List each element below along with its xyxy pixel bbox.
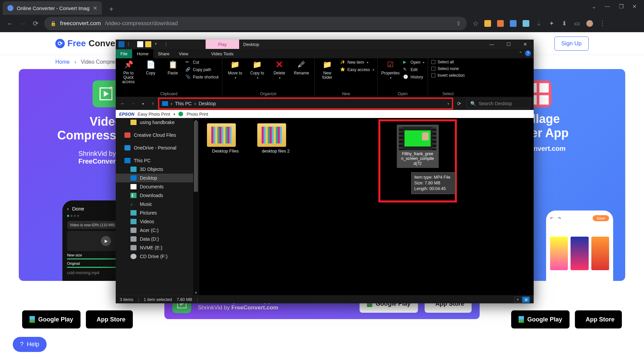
scroll-down-icon[interactable]: ▼ <box>194 291 198 295</box>
forward-icon[interactable]: → <box>19 20 27 27</box>
site-logo[interactable]: ⟳ FreeConvert <box>55 38 121 49</box>
nav-item-desktop[interactable]: Desktop <box>116 174 199 182</box>
context-tab-play[interactable]: Play <box>206 40 239 49</box>
rename-button[interactable]: 🖉Rename <box>292 60 311 75</box>
chrome-minimize-icon[interactable]: — <box>605 3 610 10</box>
chrome-close-icon[interactable]: ✕ <box>632 3 637 10</box>
crumb-dropdown-icon[interactable]: ▾ <box>447 102 449 106</box>
nav-forward-icon[interactable]: → <box>129 101 137 106</box>
downloads-icon[interactable]: ⬇ <box>561 20 568 27</box>
epson-photo-print[interactable]: Photo Print <box>186 112 208 117</box>
folder-item[interactable]: desktop files 2 <box>257 123 294 154</box>
new-item-button[interactable]: ✨New item▾ <box>340 60 374 65</box>
nav-scrollbar[interactable]: ▲ ▼ <box>193 118 199 295</box>
qat-folder-icon[interactable] <box>145 41 151 47</box>
chrome-dropdown-icon[interactable]: ⌄ <box>592 3 596 10</box>
folder-item[interactable]: Desktop FIles <box>207 123 244 154</box>
download-pin-icon[interactable]: ⇣ <box>535 20 542 27</box>
tab-file[interactable]: File <box>116 49 132 58</box>
share-icon[interactable]: ⇪ <box>456 20 461 27</box>
epson-easy-print[interactable]: Easy Photo Print <box>138 112 170 117</box>
browser-tab[interactable]: Online Converter - Convert Imag ✕ <box>3 1 102 15</box>
nav-recent-icon[interactable]: ▾ <box>139 102 147 106</box>
crumb-desktop[interactable]: Desktop <box>199 101 216 106</box>
nav-item[interactable]: Videos <box>116 217 199 226</box>
paste-button[interactable]: 📋Paste <box>163 60 182 75</box>
maximize-button[interactable]: ☐ <box>500 40 517 49</box>
nav-item[interactable]: Acer (C:) <box>116 226 199 235</box>
profile-avatar[interactable] <box>586 20 593 27</box>
reader-icon[interactable]: ▭ <box>574 20 580 27</box>
help-icon[interactable]: ? <box>525 50 531 56</box>
qat-icon[interactable] <box>137 41 143 47</box>
copy-button[interactable]: 📄Copy <box>141 60 160 75</box>
tab-close-icon[interactable]: ✕ <box>93 5 97 11</box>
crumb-this-pc[interactable]: This PC <box>175 101 192 106</box>
extensions-icon[interactable]: ✦ <box>548 20 555 27</box>
paste-shortcut-button[interactable]: 📎Paste shortcut <box>185 74 219 80</box>
new-tab-button[interactable]: ＋ <box>105 3 117 15</box>
sign-up-button[interactable]: Sign Up <box>554 37 589 51</box>
tab-home[interactable]: Home <box>132 49 153 58</box>
ext-icon[interactable] <box>484 20 491 27</box>
google-play-button[interactable]: Google Play <box>22 310 80 328</box>
google-play-button[interactable]: Google Play <box>511 310 570 328</box>
star-icon[interactable]: ☆ <box>472 19 480 27</box>
address-bar[interactable]: 🔒 freeconvert.com/video-compressor/downl… <box>44 17 467 30</box>
reload-icon[interactable]: ⟳ <box>32 19 40 27</box>
easy-access-button[interactable]: ⭐Easy access▾ <box>340 67 374 72</box>
details-view-button[interactable]: ≡ <box>514 297 522 303</box>
nav-item[interactable]: NVME (E:) <box>116 243 199 252</box>
scroll-thumb[interactable] <box>194 121 198 192</box>
video-file-highlighted[interactable]: Filthy_frank_gree n_screen_compile d(72 … <box>380 121 455 200</box>
new-folder-button[interactable]: 📁New folder <box>318 60 337 80</box>
cut-button[interactable]: ✂Cut <box>185 60 219 65</box>
nav-item[interactable]: CD Drive (F:) <box>116 252 199 261</box>
invert-selection-button[interactable]: Invert selection <box>431 73 465 78</box>
nav-item[interactable]: OneDrive - Personal <box>116 143 199 152</box>
nav-item[interactable]: 3D Objects <box>116 165 199 174</box>
tab-view[interactable]: View <box>174 49 193 58</box>
nav-item[interactable]: using handbrake <box>116 118 199 127</box>
help-button[interactable]: ?Help <box>13 337 47 352</box>
collapse-ribbon-icon[interactable]: ⌃ <box>519 51 522 56</box>
select-all-button[interactable]: Select all <box>431 60 465 64</box>
tab-share[interactable]: Share <box>153 49 174 58</box>
nav-item[interactable]: Documents <box>116 182 199 191</box>
minimize-button[interactable]: — <box>483 40 500 49</box>
nav-item[interactable]: Pictures <box>116 208 199 217</box>
delete-button[interactable]: ✕Delete▾ <box>270 60 289 80</box>
nav-item-this-pc[interactable]: This PC <box>116 156 199 165</box>
explorer-titlebar[interactable]: | ▾ | Play Desktop — ☐ ✕ <box>116 40 534 49</box>
copy-path-button[interactable]: 🔗Copy path <box>185 67 219 72</box>
nav-item[interactable]: ⬇Downloads <box>116 191 199 200</box>
open-button[interactable]: ▶Open▾ <box>403 60 424 65</box>
copy-to-button[interactable]: 📁Copy to▾ <box>248 60 267 80</box>
edit-button[interactable]: ✎Edit <box>403 67 424 72</box>
select-none-button[interactable]: Select none <box>431 66 465 71</box>
back-icon[interactable]: ← <box>6 20 14 27</box>
pin-to-quick-access-button[interactable]: 📌Pin to Quick access <box>119 60 138 84</box>
search-box[interactable]: 🔍 Search Desktop <box>467 99 530 108</box>
explorer-icon[interactable] <box>118 41 124 47</box>
chrome-menu-icon[interactable]: ⋮ <box>599 20 606 27</box>
selected-item[interactable]: Filthy_frank_gree n_screen_compile d(72 <box>397 125 439 168</box>
properties-button[interactable]: ☑Properties▾ <box>381 60 400 80</box>
nav-up-icon[interactable]: ↑ <box>149 101 157 106</box>
move-to-button[interactable]: 📁Move to▾ <box>226 60 245 80</box>
ext-icon[interactable] <box>523 20 529 27</box>
app-store-button[interactable]: App Store <box>575 310 622 328</box>
close-button[interactable]: ✕ <box>517 40 534 49</box>
refresh-icon[interactable]: ⟳ <box>454 101 464 106</box>
address-box[interactable]: › This PC › Desktop ▾ <box>159 99 452 108</box>
tab-video-tools[interactable]: Video Tools <box>206 49 239 58</box>
nav-item[interactable]: ♪Music <box>116 200 199 208</box>
history-button[interactable]: 🕘History <box>403 74 424 80</box>
chrome-maximize-icon[interactable]: ❐ <box>619 3 624 10</box>
ext-icon[interactable] <box>497 20 504 27</box>
app-store-button[interactable]: App Store <box>86 310 133 328</box>
nav-item[interactable]: Data (D:) <box>116 235 199 243</box>
content-pane[interactable]: Desktop FIles desktop files 2 Filthy_fra… <box>199 118 534 295</box>
thumbnails-view-button[interactable]: ▦ <box>522 297 530 303</box>
nav-item[interactable]: Creative Cloud Files <box>116 131 199 139</box>
